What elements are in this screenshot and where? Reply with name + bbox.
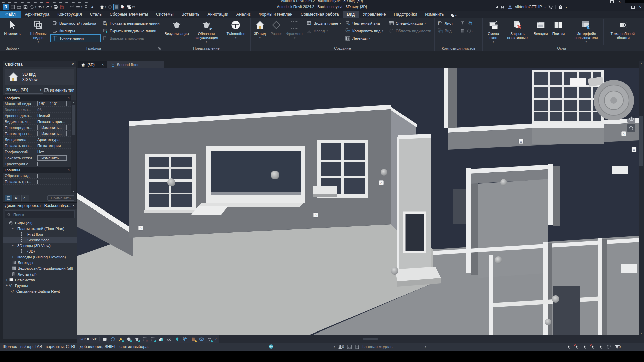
select-links-toggle[interactable] — [566, 344, 571, 349]
properties-close-icon[interactable]: × — [72, 62, 74, 67]
tab-steel[interactable]: Сталь — [86, 11, 106, 18]
revisions-button[interactable] — [466, 20, 473, 26]
modify-button[interactable]: Изменить — [2, 19, 23, 45]
twinmotion-button[interactable]: Twinmotion▾ — [223, 19, 249, 45]
property-row[interactable]: Уровень дета...Низкий — [3, 113, 71, 119]
help-icon[interactable] — [558, 5, 563, 10]
view-scale-button[interactable]: 1/8" = 1'-0" — [79, 337, 100, 341]
property-row[interactable]: Показать гра... — [3, 179, 71, 185]
crop-view-checkbox[interactable] — [37, 174, 38, 178]
zoom-tool-icon[interactable] — [627, 124, 635, 132]
close-inactive-button[interactable]: Закрыть неактивные — [504, 19, 531, 45]
tab-insert[interactable]: Вставить — [177, 11, 203, 18]
tree-item-families[interactable]: +Семейства — [3, 277, 77, 283]
crop-visible-checkbox[interactable] — [37, 180, 38, 184]
tab-file[interactable]: Файл — [0, 11, 21, 18]
account-dropdown[interactable]: ▾ — [544, 6, 546, 9]
type-selector-dropdown[interactable]: 3D вид: {3D} ▾ — [5, 87, 43, 94]
worksets-dropdown-icon[interactable]: ▾ — [334, 345, 335, 348]
upper-wall-edge[interactable] — [444, 68, 448, 128]
properties-scrollbar[interactable]: ▴ ▾ — [71, 100, 76, 193]
project-browser-header[interactable]: Диспетчер проекта - Backcountry.r... × — [3, 203, 77, 209]
tiles-view-button[interactable]: Плитки — [551, 19, 566, 45]
property-filter-icon[interactable] — [5, 195, 12, 201]
properties-header[interactable]: Свойства × — [3, 61, 76, 67]
visibility-graphics-button[interactable]: Видимость/ графика — [51, 20, 100, 27]
cloud-render-button[interactable]: Облачная визуализация▾ — [192, 19, 220, 45]
property-row[interactable]: Графический...Нет — [3, 149, 71, 155]
schedules-button[interactable]: Спецификации▾ — [387, 20, 433, 27]
property-row[interactable]: Видимость ч...Показать ориг... — [3, 119, 71, 125]
matchline-button[interactable]: ▾ — [466, 27, 473, 34]
tree-item-groups[interactable]: +Группы — [3, 283, 77, 288]
temporary-hide-isolate-icon[interactable] — [166, 336, 172, 342]
graphics-dialog-launcher[interactable] — [158, 47, 161, 50]
property-row[interactable]: Параметры о...Изменить... — [3, 131, 71, 137]
window-3[interactable] — [313, 140, 368, 198]
editable-only-icon[interactable] — [355, 344, 360, 349]
steering-wheel-icon[interactable] — [627, 115, 635, 123]
communication-center-icon[interactable] — [268, 344, 274, 349]
select-underlay-toggle[interactable]: ✕ — [574, 344, 579, 349]
tab-systems[interactable]: Системы — [152, 11, 177, 18]
sort-ascending-icon[interactable]: A↓ — [13, 195, 20, 201]
restore-button[interactable] — [629, 3, 637, 11]
tree-item-second-floor[interactable]: Second floor — [3, 237, 77, 243]
drag-on-selection-toggle[interactable] — [598, 344, 603, 349]
show-render-dialog-icon[interactable] — [134, 336, 140, 342]
select-by-face-toggle[interactable]: ✕ — [590, 344, 595, 349]
select-pinned-toggle[interactable] — [582, 344, 587, 349]
duplicate-view-button[interactable]: Копировать вид▾ — [343, 27, 386, 34]
sun-path-checkbox[interactable] — [37, 162, 38, 166]
properties-scroll-down[interactable]: ▾ — [73, 189, 74, 193]
detail-level-icon[interactable] — [102, 336, 108, 342]
property-row[interactable]: ДисциплинаАрхитектура — [3, 137, 71, 143]
account-name[interactable]: viktoriiaCFTHP — [515, 5, 542, 9]
tab-modify[interactable]: Изменить — [421, 11, 448, 18]
design-options-dropdown[interactable]: Главная модель ▾ — [362, 344, 426, 349]
scroll-down-icon[interactable]: ▾ — [641, 330, 642, 335]
edit-type-button[interactable]: Изменить тип — [44, 88, 74, 93]
tree-item-sheets[interactable]: Листы (all) — [3, 271, 77, 277]
sun-path-icon[interactable] — [118, 336, 124, 342]
property-row[interactable]: Показать сеткиИзменить... — [3, 155, 71, 161]
vcb-collapse-icon[interactable]: ‹ — [215, 337, 217, 341]
sheet-button[interactable]: Лист — [436, 20, 458, 27]
scroll-up-icon[interactable]: ▴ — [641, 61, 642, 66]
selection-filter-icon[interactable]: :0 — [614, 344, 621, 349]
tab-analyze[interactable]: Анализ — [232, 11, 255, 18]
tree-item-views[interactable]: −Виды (all) — [3, 220, 77, 226]
view-tab-3d[interactable]: {3D} × — [78, 61, 107, 68]
tab-massing-site[interactable]: Формы и генплан — [255, 11, 297, 18]
editing-requests-icon[interactable]: :0 — [338, 344, 344, 349]
store-cart-icon[interactable] — [548, 5, 553, 10]
tree-item-schedules[interactable]: Ведомости/Спецификации (all) — [3, 265, 77, 271]
show-hidden-lines-button[interactable]: Показать невидимые линии — [101, 20, 161, 27]
help-dropdown[interactable]: ▾ — [566, 6, 567, 9]
window-2[interactable] — [191, 146, 305, 215]
tabs-view-button[interactable]: Вкладки — [532, 19, 549, 45]
outer-close-button[interactable]: × — [616, 0, 623, 3]
tree-item-floor-plans[interactable]: −Планы этажей (Floor Plan) — [3, 226, 77, 231]
drafting-view-button[interactable]: Чертежный вид — [343, 20, 386, 27]
switch-windows-button[interactable]: Смена окон▾ — [484, 19, 503, 45]
tree-item-revit-links[interactable]: Связанные файлы Revit — [3, 288, 77, 294]
3d-view-button[interactable]: 3D вид▾ — [252, 19, 268, 45]
title-block-button[interactable] — [459, 20, 466, 26]
properties-scroll-up[interactable]: ▴ — [73, 100, 74, 104]
apply-button[interactable]: Применить — [47, 195, 74, 201]
view-tab-second-floor[interactable]: Second floor — [107, 61, 164, 68]
tab-annotate[interactable]: Аннотации — [203, 11, 232, 18]
user-interface-button[interactable]: Интерфейс пользователя▾ — [572, 19, 600, 45]
back-arrow-icon[interactable]: ◀ — [495, 5, 498, 9]
locked-3d-view-icon[interactable] — [158, 336, 164, 342]
analytical-model-icon[interactable] — [191, 336, 196, 342]
horizontal-scroll-thumb[interactable] — [363, 338, 378, 340]
thin-lines-button[interactable]: Тонкие линии — [51, 35, 100, 42]
property-row[interactable]: Масштаб вида1/8" = 1'-0" — [3, 101, 71, 107]
tree-item-elevations[interactable]: +Фасады (Building Elevation) — [3, 254, 77, 260]
property-row[interactable]: Переопредел...Изменить... — [3, 125, 71, 131]
browser-search-box[interactable] — [5, 210, 75, 218]
view-templates-button[interactable]: Шаблоны видов▾ — [26, 19, 50, 45]
guide-grid-button[interactable] — [459, 27, 466, 34]
